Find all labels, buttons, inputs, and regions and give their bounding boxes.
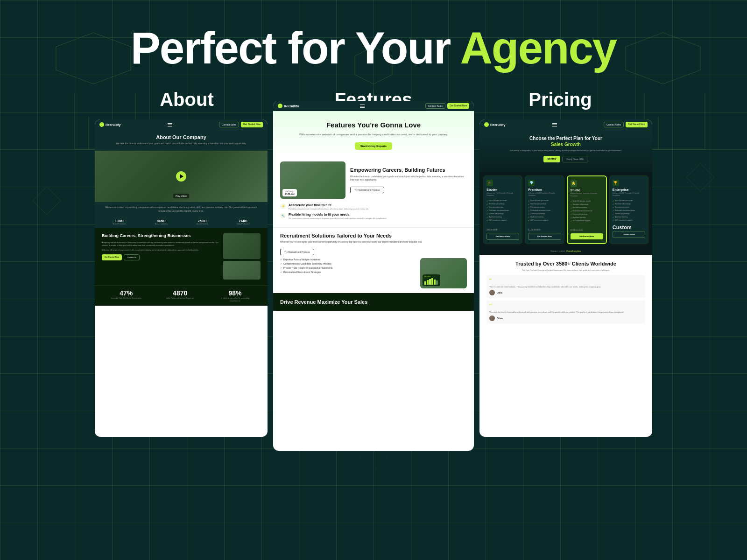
plan-premium-f5: Custom job postings bbox=[528, 213, 561, 215]
plan-studio-f5: Custom job postings bbox=[571, 213, 603, 216]
cancel-text: You're in control. bbox=[550, 250, 566, 252]
features-logo: Recruitify bbox=[278, 104, 299, 108]
toggle-yearly[interactable]: Yearly Save 40% bbox=[562, 156, 588, 162]
plan-studio-cta[interactable]: Get Started Now bbox=[571, 233, 603, 239]
features-menu-icon bbox=[360, 105, 365, 108]
pricing-hero-title: Choose the Perfect Plan for Your Sales G… bbox=[486, 135, 645, 147]
plan-premium-price-val: $129 bbox=[528, 228, 533, 231]
pricing-hero: Choose the Perfect Plan for Your Sales G… bbox=[479, 130, 652, 172]
main-title: Perfect for Your Agency bbox=[131, 26, 617, 70]
stat-visitors: 253k+ Active Visitors bbox=[197, 219, 208, 225]
feature-bullet-1: ⚡ Accelerate your time to hire Providing… bbox=[280, 203, 467, 210]
about-start-btn[interactable]: Get Started Now bbox=[241, 122, 263, 127]
quote-icon-1: " bbox=[489, 278, 642, 284]
plan-premium-f3: Recruitment metrics bbox=[528, 206, 561, 209]
testimonial-author-2: Oliver bbox=[489, 315, 642, 321]
features-nav-buttons: Contact Sales Get Started Now bbox=[425, 103, 469, 109]
about-lower-contact-btn[interactable]: Contact Us bbox=[124, 254, 140, 260]
about-lower-text: Building Careers, Strengthening Business… bbox=[102, 233, 219, 280]
pricing-start-btn[interactable]: Get Started Now bbox=[626, 122, 648, 127]
plan-starter-cta[interactable]: Get Started Now bbox=[486, 233, 519, 240]
about-menu-icon bbox=[168, 123, 172, 126]
pricing-logo-icon bbox=[484, 122, 489, 127]
stat-followers-number: 714k+ bbox=[237, 219, 249, 223]
plan-enterprise-f5: Custom job postings bbox=[613, 213, 645, 215]
features-navbar: Recruitify Contact Sales Get Started Now bbox=[273, 101, 474, 111]
about-lower-start-btn[interactable]: Get Started Now bbox=[102, 254, 122, 260]
stat-visitors-number: 253k+ bbox=[197, 219, 208, 223]
solutions-img: 88.28% bbox=[420, 258, 467, 288]
features-img-tag: Total Reach $435,123 bbox=[282, 189, 297, 196]
solution-check-2: Comprehensive Candidate Screening Proces… bbox=[280, 262, 416, 265]
features-contact-btn[interactable]: Contact Sales bbox=[425, 103, 445, 109]
plan-premium-price: $129/month bbox=[528, 224, 561, 232]
svg-rect-18 bbox=[431, 278, 433, 285]
about-stats-bar: 1.8M+ Brand Followers 845k+ Active Liste… bbox=[95, 217, 268, 228]
stat-followers-label: Daily Followers bbox=[237, 223, 249, 225]
about-lower-buttons: Get Started Now Contact Us bbox=[102, 254, 219, 260]
features-main-btn[interactable]: Try Recruitment Process bbox=[350, 187, 384, 193]
pricing-label: Pricing bbox=[467, 89, 654, 110]
stat-listeners-label: Active Listeners bbox=[155, 223, 168, 225]
toggle-monthly[interactable]: Monthly bbox=[543, 156, 560, 162]
plan-enterprise-price: Custom bbox=[613, 224, 645, 230]
plan-premium-f7: 24/7 recruitment support bbox=[528, 219, 561, 222]
pricing-nav-buttons: Contact Sales Get Started Now bbox=[604, 122, 648, 127]
stat-brand-label: Brand Followers bbox=[113, 223, 127, 225]
features-start-btn[interactable]: Get Started Now bbox=[447, 103, 469, 109]
plan-enterprise-cta[interactable]: Contact Sales bbox=[613, 231, 645, 238]
trusted-text: See how Firsthand how we've helped busin… bbox=[486, 269, 645, 272]
plan-premium-f1: Up to 30 hires per month bbox=[528, 200, 561, 202]
pricing-hero-title-green: Sales Growth bbox=[551, 142, 581, 147]
plan-enterprise-f3: Recruitment metrics bbox=[613, 206, 645, 209]
bullet-text-1: Accelerate your time to hire Providing c… bbox=[289, 203, 369, 210]
bullet-desc-2: Our commitment creates unwavering to emp… bbox=[289, 217, 387, 220]
plan-premium-f6: Applicant tracking bbox=[528, 216, 561, 218]
solutions-btn[interactable]: Try Recruitment Process bbox=[280, 249, 314, 255]
plan-studio-f2: Standard job postings bbox=[571, 203, 603, 206]
features-hero-btn[interactable]: Start Hiring Experts bbox=[355, 142, 392, 150]
title-section: Perfect for Your Agency bbox=[131, 0, 617, 70]
plan-enterprise-f2: Standard job postings bbox=[613, 203, 645, 205]
plan-starter-f4: Dedicated recruitment team bbox=[486, 210, 519, 212]
bullet-desc-1: Providing companies with exceptional can… bbox=[289, 208, 369, 210]
svg-rect-17 bbox=[429, 279, 431, 285]
plan-starter-f3: Recruitment metrics bbox=[486, 206, 519, 209]
feature-bullets: ⚡ Accelerate your time to hire Providing… bbox=[273, 203, 474, 227]
play-button[interactable] bbox=[176, 171, 186, 182]
pricing-logo-text: Recruitify bbox=[490, 123, 505, 126]
plan-premium-features: Up to 30 hires per month Standard job po… bbox=[528, 200, 561, 222]
plan-premium-price-suf: /month bbox=[533, 228, 540, 231]
author-name-2: Oliver bbox=[497, 317, 503, 320]
about-commitment-text: We are committed to providing companies … bbox=[102, 206, 261, 213]
plan-starter-name: Starter bbox=[486, 188, 519, 191]
pricing-trusted: Trusted by Over 3580+ Clients Worldwide … bbox=[479, 255, 652, 329]
pricing-contact-btn[interactable]: Contact Sales bbox=[604, 122, 624, 127]
title-white: Perfect for Your bbox=[131, 23, 451, 73]
plan-enterprise-icon: 🏆 bbox=[613, 180, 619, 186]
pricing-navbar: Recruitify Contact Sales Get Started Now bbox=[479, 119, 652, 130]
about-nav-buttons: Contact Sales Get Started Now bbox=[219, 122, 263, 127]
plan-enterprise-tagline: Unleash the Full Potential of Friendly T… bbox=[613, 192, 645, 197]
testimonial-text-1: Their recruitment team fantastic. They q… bbox=[489, 286, 642, 288]
bottom-stat-1-num: 47% bbox=[111, 289, 141, 297]
stat-brand-number: 1.8M+ bbox=[113, 219, 127, 223]
solution-check-3: Proven Track Record of Successful Placem… bbox=[280, 266, 416, 269]
features-hero-title: Features You're Gonna Love bbox=[282, 120, 465, 130]
plan-premium-cta[interactable]: Get Started Now bbox=[528, 233, 561, 240]
about-contact-btn[interactable]: Contact Sales bbox=[219, 122, 239, 127]
plan-studio-features: Up to 50 hires per month Standard job po… bbox=[571, 200, 603, 222]
plan-starter-f1: Up to 10 hires per month bbox=[486, 200, 519, 202]
stat-brand: 1.8M+ Brand Followers bbox=[113, 219, 127, 225]
plan-starter-f5: Custom job postings bbox=[486, 213, 519, 215]
pricing-menu-icon bbox=[552, 123, 557, 126]
bullet-title-2: Flexible hiring models to fit your needs bbox=[289, 213, 387, 216]
cancel-link[interactable]: Cancel anytime. bbox=[566, 250, 581, 252]
plan-studio-f6: Applicant tracking bbox=[571, 217, 603, 219]
solutions-grid: Expertise Across Multiple Industries Com… bbox=[280, 258, 467, 288]
plan-premium-name: Premium bbox=[528, 188, 561, 191]
about-card: Recruitify Contact Sales Get Started Now… bbox=[95, 119, 268, 437]
about-lower-text1: At agency we are dedicated to connecting… bbox=[102, 241, 219, 247]
about-img-1 bbox=[223, 233, 261, 259]
about-hero-text: We take the time to understand your goal… bbox=[102, 142, 261, 145]
